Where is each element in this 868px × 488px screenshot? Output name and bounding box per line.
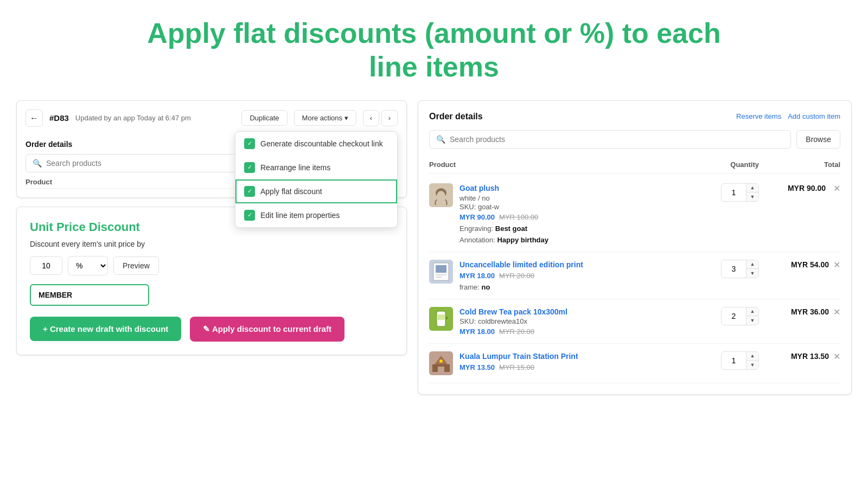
menu-item-label: Edit line item properties xyxy=(260,211,340,220)
qty-up-button[interactable]: ▲ xyxy=(746,184,758,192)
page-title: Apply flat discounts (amount or %) to ea… xyxy=(0,0,868,95)
menu-item-rearrange[interactable]: ✓ Rearrange line items xyxy=(235,156,397,179)
duplicate-button[interactable]: Duplicate xyxy=(241,110,287,126)
total-column: MYR 54.00 ✕ xyxy=(759,260,840,270)
price-current: MYR 13.50 xyxy=(459,363,495,371)
product-annotation: Annotation: Happy birthday xyxy=(459,236,548,244)
qty-up-button[interactable]: ▲ xyxy=(746,352,758,361)
product-price-row: MYR 90.00 MYR 100.00 xyxy=(459,213,548,221)
qty-down-button[interactable]: ▼ xyxy=(746,192,758,201)
reserve-items-link[interactable]: Reserve items xyxy=(736,112,781,120)
check-icon: ✓ xyxy=(244,138,255,149)
menu-item-label: Rearrange line items xyxy=(260,163,330,172)
draft-header: ← #D83 Updated by an app Today at 6:47 p… xyxy=(25,110,398,127)
product-price-row: MYR 18.00 MYR 20.00 xyxy=(459,328,567,336)
right-panel-actions: Reserve items Add custom item xyxy=(736,112,840,120)
discount-type-select[interactable]: % MYR xyxy=(68,256,108,275)
next-button[interactable]: › xyxy=(381,110,398,126)
product-sku: SKU: goat-w xyxy=(459,203,548,211)
check-icon: ✓ xyxy=(244,210,255,221)
qty-down-button[interactable]: ▼ xyxy=(746,316,758,325)
price-current: MYR 18.00 xyxy=(459,328,495,336)
qty-up-button[interactable]: ▲ xyxy=(746,307,758,316)
product-engraving: Engraving: Best goat xyxy=(459,224,548,233)
qty-arrows: ▲ ▼ xyxy=(746,352,758,369)
product-details: Cold Brew Tea pack 10x300ml SKU: coldbre… xyxy=(459,307,567,336)
discount-tag-input[interactable] xyxy=(30,284,149,306)
right-panel-title: Order details xyxy=(429,112,483,121)
qty-arrows: ▲ ▼ xyxy=(746,260,758,278)
quantity-stepper[interactable]: 3 ▲ ▼ xyxy=(721,260,759,278)
quantity-stepper[interactable]: 2 ▲ ▼ xyxy=(721,307,759,325)
product-sku: SKU: coldbrewtea10x xyxy=(459,317,567,325)
product-name-link[interactable]: Uncancellable limited edition print xyxy=(459,260,583,269)
prev-button[interactable]: ‹ xyxy=(363,110,379,126)
menu-item-label: Apply flat discount xyxy=(260,187,322,196)
product-frame: frame: no xyxy=(459,283,583,291)
product-info: Cold Brew Tea pack 10x300ml SKU: coldbre… xyxy=(429,307,678,336)
svg-point-6 xyxy=(437,191,445,202)
remove-button[interactable]: ✕ xyxy=(833,351,840,362)
product-name-link[interactable]: Cold Brew Tea pack 10x300ml xyxy=(459,307,567,316)
price-original: MYR 15.00 xyxy=(499,363,534,371)
product-info: Goat plush white / no SKU: goat-w MYR 90… xyxy=(429,183,678,244)
product-details: Uncancellable limited edition print MYR … xyxy=(459,260,583,291)
quantity-stepper[interactable]: 1 ▲ ▼ xyxy=(721,183,759,202)
back-button[interactable]: ← xyxy=(25,110,43,127)
quantity-value: 1 xyxy=(722,354,746,367)
table-row: Uncancellable limited edition print MYR … xyxy=(429,252,840,299)
table-row: Goat plush white / no SKU: goat-w MYR 90… xyxy=(429,176,840,252)
product-details: Kuala Lumpur Train Station Print MYR 13.… xyxy=(459,351,578,371)
total-column: MYR 13.50 ✕ xyxy=(759,351,840,362)
create-draft-button[interactable]: + Create new draft with discount xyxy=(30,317,181,341)
right-search-box[interactable]: 🔍 xyxy=(429,130,791,149)
product-thumbnail xyxy=(429,351,453,375)
qty-down-button[interactable]: ▼ xyxy=(746,269,758,278)
check-icon: ✓ xyxy=(244,186,255,197)
add-custom-item-link[interactable]: Add custom item xyxy=(788,112,840,120)
discount-amount-input[interactable] xyxy=(30,256,62,275)
remove-button[interactable]: ✕ xyxy=(833,183,840,194)
svg-rect-20 xyxy=(441,367,444,372)
remove-button[interactable]: ✕ xyxy=(833,260,840,270)
total-column: MYR 36.00 ✕ xyxy=(759,307,840,317)
quantity-value: 3 xyxy=(722,262,746,275)
preview-button[interactable]: Preview xyxy=(113,256,159,275)
right-panel: Order details Reserve items Add custom i… xyxy=(418,100,852,395)
browse-button[interactable]: Browse xyxy=(796,130,840,149)
search-icon: 🔍 xyxy=(436,135,445,144)
more-actions-button[interactable]: More actions ▾ xyxy=(294,110,356,126)
price-original: MYR 20.00 xyxy=(499,328,534,336)
col-product: Product xyxy=(429,160,678,169)
apply-discount-button[interactable]: ✎ Apply discount to current draft xyxy=(190,317,344,342)
draft-card: ← #D83 Updated by an app Today at 6:47 p… xyxy=(16,100,407,198)
product-info: Uncancellable limited edition print MYR … xyxy=(429,260,678,291)
menu-item-edit-properties[interactable]: ✓ Edit line item properties xyxy=(235,203,397,227)
price-current: MYR 18.00 xyxy=(459,272,495,280)
menu-item-checkout-link[interactable]: ✓ Generate discountable checkout link xyxy=(235,132,397,156)
product-price-row: MYR 13.50 MYR 15.00 xyxy=(459,363,578,371)
product-info: Kuala Lumpur Train Station Print MYR 13.… xyxy=(429,351,678,375)
qty-down-button[interactable]: ▼ xyxy=(746,361,758,369)
product-name-link[interactable]: Goat plush xyxy=(459,184,499,192)
product-variant: white / no xyxy=(459,194,548,202)
product-name-link[interactable]: Kuala Lumpur Train Station Print xyxy=(459,352,578,361)
right-panel-header: Order details Reserve items Add custom i… xyxy=(429,112,840,121)
right-search-input[interactable] xyxy=(450,135,784,144)
discount-card: Unit Price Discount Discount every item'… xyxy=(16,207,407,355)
remove-button[interactable]: ✕ xyxy=(833,307,840,317)
total-price: MYR 54.00 xyxy=(791,260,829,269)
menu-item-apply-discount[interactable]: ✓ Apply flat discount xyxy=(235,179,397,203)
check-icon: ✓ xyxy=(244,162,255,173)
quantity-stepper[interactable]: 1 ▲ ▼ xyxy=(721,351,759,370)
qty-up-button[interactable]: ▲ xyxy=(746,260,758,269)
qty-column: 1 ▲ ▼ xyxy=(678,351,759,370)
quantity-value: 1 xyxy=(722,186,746,199)
product-thumbnail xyxy=(429,260,453,284)
product-thumbnail xyxy=(429,183,453,207)
action-buttons: + Create new draft with discount ✎ Apply… xyxy=(30,317,393,342)
svg-rect-19 xyxy=(438,367,441,372)
quantity-value: 2 xyxy=(722,310,746,323)
price-current: MYR 90.00 xyxy=(459,213,495,221)
svg-rect-9 xyxy=(436,265,446,273)
